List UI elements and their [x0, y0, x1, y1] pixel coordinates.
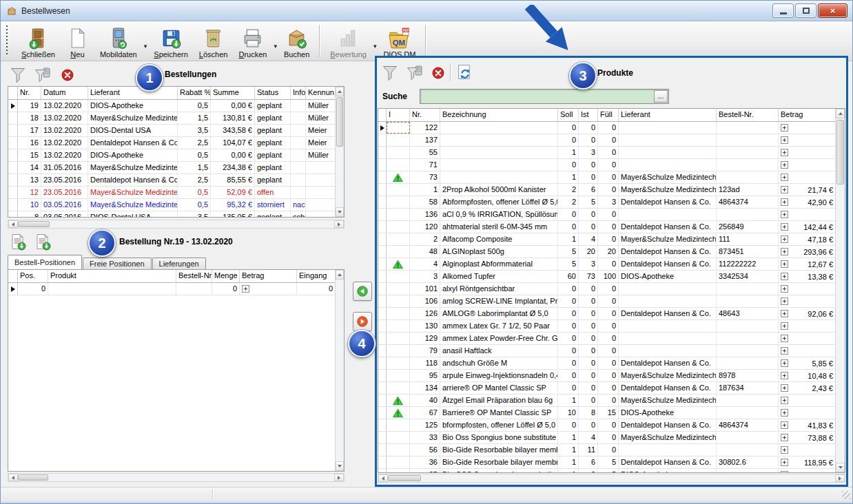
scroll-up-button[interactable]: [336, 270, 344, 280]
cell-status[interactable]: geplant: [255, 125, 291, 136]
cell-fuell[interactable]: 0: [598, 122, 619, 134]
cell-rabatt[interactable]: 0,5: [178, 199, 211, 211]
column-header[interactable]: Lieferant: [88, 87, 178, 99]
cell-status[interactable]: geplant: [255, 100, 291, 112]
cell-kennung[interactable]: Müller: [306, 149, 335, 161]
cell-rabatt[interactable]: 3,5: [178, 211, 211, 218]
toolbar-button-dios-dm[interactable]: DIOS DM: [378, 21, 421, 61]
cell-betrag[interactable]: [779, 469, 835, 473]
produkt-row[interactable]: 120ahtmaterial steril 6-0M-345 mm000Dent…: [378, 221, 845, 233]
cell-lieferant[interactable]: DIOS-Apotheke: [619, 469, 717, 473]
produkt-row[interactable]: 137000: [378, 134, 845, 147]
cell-kennung[interactable]: Meier: [306, 137, 335, 149]
cell-bestellnr[interactable]: [717, 171, 779, 183]
column-header[interactable]: Pos.: [18, 270, 48, 282]
cell-soll[interactable]: 60: [558, 271, 579, 282]
cell-betrag[interactable]: [779, 345, 835, 357]
scroll-left-button[interactable]: [378, 474, 388, 482]
scroll-up-button[interactable]: [336, 87, 344, 96]
cell-betrag[interactable]: 21,74 €: [779, 184, 835, 196]
cell-ist[interactable]: 0: [579, 357, 598, 369]
cell-ist[interactable]: 20: [579, 246, 598, 258]
cell-lieferant[interactable]: DIOS-Dental USA: [88, 125, 178, 136]
cell-nr[interactable]: 18: [18, 112, 41, 124]
cell-info-icon[interactable]: [387, 407, 410, 419]
cell-soll[interactable]: 2: [558, 184, 579, 196]
cell-summe[interactable]: 95,32 €: [211, 199, 255, 211]
cell-bestellnr[interactable]: [717, 333, 779, 344]
cell-soll[interactable]: 1: [558, 147, 579, 158]
column-header[interactable]: Kennun: [306, 87, 335, 99]
filter-remove-icon[interactable]: [34, 66, 52, 84]
cell-ist[interactable]: 0: [579, 370, 598, 381]
cell-nr[interactable]: 125: [410, 419, 440, 431]
cell-rabatt[interactable]: 1,5: [178, 162, 211, 174]
cell-bezeichnung[interactable]: [440, 171, 558, 183]
cell-bezeichnung[interactable]: aCl 0,9 % IRRIGATION, Spüllösung, 1: [440, 209, 558, 220]
produkt-row[interactable]: 55130: [378, 147, 845, 159]
cell-lieferant[interactable]: Mayer&Schulze Medizintec: [88, 199, 178, 211]
cell-info-icon[interactable]: [387, 308, 410, 319]
cell-nr[interactable]: 35: [410, 469, 440, 473]
cell-kennung[interactable]: [306, 211, 335, 218]
cell-lieferant[interactable]: [619, 333, 717, 344]
produkt-row[interactable]: 3Alkomed Tupfer6073100DIOS-Apotheke33425…: [378, 271, 845, 283]
cell-ist[interactable]: 0: [579, 345, 598, 357]
cell-info-icon[interactable]: [387, 432, 410, 443]
cell-lieferant[interactable]: Mayer&Schulze Medizintec: [88, 162, 178, 174]
cell-fuell[interactable]: 0: [598, 258, 619, 270]
produkt-row[interactable]: 48ALGINoplast 500g52020Dentaldepot Hanse…: [378, 246, 845, 258]
cell-rabatt[interactable]: 0,5: [178, 187, 211, 198]
cell-status[interactable]: offen: [255, 187, 291, 198]
cell-nr[interactable]: 136: [410, 209, 440, 220]
cell-info-icon[interactable]: [387, 469, 410, 473]
cell-ist[interactable]: 11: [579, 444, 598, 456]
cell-ist[interactable]: 4: [579, 233, 598, 245]
column-header[interactable]: Betrag: [779, 109, 835, 121]
cell-lieferant[interactable]: DIOS-Apotheke: [88, 149, 178, 161]
produkt-row[interactable]: 122000: [378, 122, 845, 134]
cell-fuell[interactable]: 0: [598, 171, 619, 183]
cell-lieferant[interactable]: Dentaldepot Hansen & Co.: [619, 246, 717, 258]
cell-bestellnr[interactable]: [717, 320, 779, 332]
toolbar-button-neu[interactable]: Neu: [61, 21, 94, 61]
cell-bezeichnung[interactable]: anasil Haftlack: [440, 345, 558, 357]
cell-rabatt[interactable]: 3,5: [178, 125, 211, 136]
cell-betrag[interactable]: 2,43 €: [779, 382, 835, 394]
produkt-row[interactable]: 2Alfacomp Composite140Mayer&Schulze Medi…: [378, 233, 845, 246]
cell-lieferant[interactable]: Dentaldepot Hansen & Co.: [619, 357, 717, 369]
filter-icon[interactable]: [9, 66, 27, 84]
cell-nr[interactable]: 19: [18, 100, 41, 112]
cell-soll[interactable]: 5: [558, 258, 579, 270]
cell-soll[interactable]: 2: [558, 196, 579, 208]
cell-ist[interactable]: 0: [579, 395, 598, 406]
cell-status[interactable]: geplant: [255, 162, 291, 174]
scroll-up-button[interactable]: [836, 109, 845, 118]
cell-fuell[interactable]: 3: [598, 196, 619, 208]
cell-lieferant[interactable]: [619, 122, 717, 134]
cell-ist[interactable]: 8: [579, 407, 598, 419]
produkt-row[interactable]: 67Barriere® OP Mantel Classic SP10815DIO…: [378, 407, 845, 419]
cell-bestellnr[interactable]: [717, 357, 779, 369]
vertical-scrollbar[interactable]: [335, 87, 344, 217]
cell-kennung[interactable]: [306, 174, 335, 186]
positionen-row[interactable]: 0 0 0: [8, 283, 344, 295]
cell-soll[interactable]: 1: [558, 432, 579, 443]
cell-betrag[interactable]: 5,85 €: [779, 357, 835, 369]
cell-bezeichnung[interactable]: 2Prop Alkohol 5000ml Kanister: [440, 184, 558, 196]
tab-lieferungen[interactable]: Lieferungen: [152, 258, 206, 269]
column-header[interactable]: Bestell-Nr.: [717, 109, 779, 121]
cell-ist[interactable]: 0: [579, 419, 598, 431]
column-header[interactable]: Menge: [212, 270, 240, 282]
cell-soll[interactable]: 0: [558, 122, 579, 134]
produkt-row[interactable]: 71000: [378, 159, 845, 171]
move-to-products-button[interactable]: [353, 312, 372, 331]
cell-ist[interactable]: 0: [579, 382, 598, 394]
bestellungen-row[interactable]: 1003.05.2016Mayer&Schulze Medizintec0,59…: [8, 199, 344, 211]
bestellungen-row[interactable]: 1613.02.2020Dentaldepot Hansen & Co.2,51…: [8, 137, 344, 149]
cell-lieferant[interactable]: Dentaldepot Hansen & Co.: [619, 196, 717, 208]
cell-betrag[interactable]: [240, 283, 297, 295]
toolbar-button-buchen[interactable]: Buchen: [278, 21, 315, 61]
toolbar-button-drucken[interactable]: Drucken: [233, 21, 272, 61]
cell-info-icon[interactable]: [387, 221, 410, 233]
